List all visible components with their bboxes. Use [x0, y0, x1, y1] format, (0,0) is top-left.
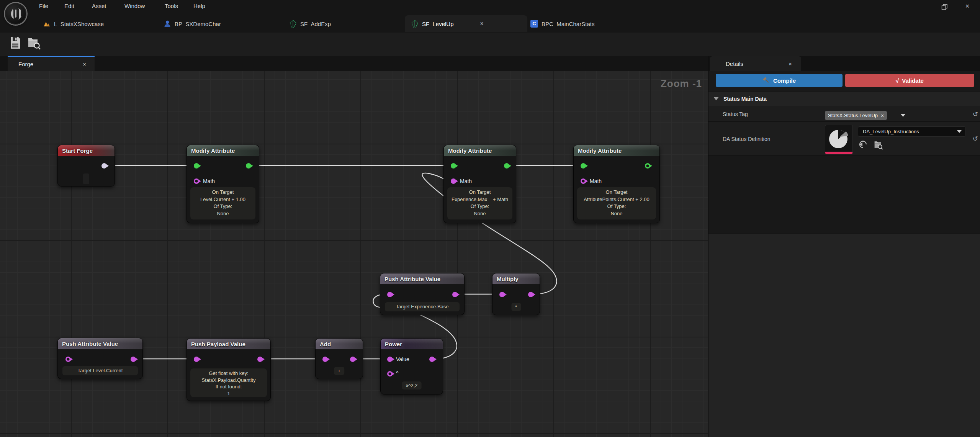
value-in-pin[interactable] — [387, 292, 393, 297]
details-empty-area — [708, 155, 980, 234]
close-icon[interactable]: × — [789, 61, 792, 67]
check-icon: √ — [896, 77, 899, 84]
math-pin[interactable] — [451, 178, 456, 184]
status-tag-value: StatsX.Status.LevelUp — [828, 113, 878, 118]
node-title: Multiply — [497, 276, 519, 282]
node-multiply[interactable]: Multiply * — [492, 273, 540, 315]
node-header: Push Attribute Value — [380, 273, 464, 284]
close-icon[interactable]: × — [83, 61, 86, 67]
value-out-pin[interactable] — [452, 292, 458, 297]
math-pin[interactable] — [194, 178, 199, 184]
asset-thumbnail[interactable] — [825, 125, 853, 154]
close-icon[interactable]: × — [480, 20, 484, 27]
close-window-button[interactable]: × — [962, 2, 972, 11]
exec-in-pin[interactable] — [194, 163, 199, 169]
asset-action-icons — [859, 140, 883, 150]
exec-out-pin[interactable] — [101, 163, 107, 169]
value-in-pin[interactable] — [194, 357, 199, 362]
asset-dropdown[interactable]: DA_LevelUp_Instructions — [858, 126, 966, 137]
save-icon[interactable] — [10, 36, 21, 49]
node-push-payload-value[interactable]: Push Payload Value Get float with key: S… — [187, 338, 271, 401]
node-summary: Target Level.Current — [62, 366, 138, 375]
menu-window[interactable]: Window — [124, 3, 145, 9]
value-out-pin[interactable] — [131, 357, 136, 362]
compile-button[interactable]: Compile — [716, 74, 843, 87]
value-out-pin[interactable] — [528, 292, 533, 297]
node-push-attribute-value-experience[interactable]: Push Attribute Value Target Experience.B… — [380, 273, 465, 315]
value-in-pin[interactable] — [387, 357, 393, 362]
node-summary: On Target Level.Current + 1.00 Of Type: … — [190, 187, 255, 219]
node-push-attribute-value-level[interactable]: Push Attribute Value Target Level.Curren… — [57, 338, 143, 379]
value-out-pin[interactable] — [350, 357, 355, 362]
node-header: Modify Attribute — [187, 145, 259, 156]
node-modify-attribute-1[interactable]: Modify Attribute Math On Target Level.Cu… — [187, 145, 259, 223]
reset-to-default-icon[interactable]: ↺ — [973, 135, 978, 143]
node-header: Add — [316, 339, 363, 349]
operator-badge: x^2,2 — [402, 381, 422, 390]
value-out-pin[interactable] — [257, 357, 263, 362]
tab-label: L_StatsXShowcase — [54, 21, 104, 27]
value-out-pin[interactable] — [429, 357, 435, 362]
tab-l-statsxshowcase[interactable]: L_StatsXShowcase — [43, 15, 104, 32]
menu-asset[interactable]: Asset — [92, 3, 106, 9]
menu-file[interactable]: File — [39, 3, 48, 9]
value-pin-label: Value — [396, 356, 409, 362]
use-selected-asset-icon[interactable] — [859, 140, 868, 149]
math-pin[interactable] — [581, 178, 586, 184]
minimize-button[interactable] — [916, 2, 926, 11]
node-header: Push Attribute Value — [58, 338, 142, 349]
node-title: Start Forge — [62, 147, 93, 154]
node-title: Modify Attribute — [578, 147, 622, 154]
restore-button[interactable] — [939, 2, 949, 11]
node-power[interactable]: Power Value ^ x^2,2 — [380, 338, 443, 394]
exec-in-pin[interactable] — [581, 163, 586, 169]
details-panel: Details × Compile √ Validate Sta — [708, 56, 980, 437]
pie-thumbnail-icon — [825, 125, 852, 152]
browse-to-asset-icon[interactable] — [28, 36, 41, 50]
exec-out-pin[interactable] — [246, 163, 251, 169]
value-in-pin[interactable] — [65, 357, 71, 362]
status-tag-label: Status Tag — [723, 111, 748, 117]
menu-edit[interactable]: Edit — [64, 3, 74, 9]
reset-to-default-icon[interactable]: ↺ — [973, 110, 978, 118]
node-add[interactable]: Add + — [315, 338, 363, 379]
node-summary: Get float with key: StatsX.Payload.Quant… — [190, 368, 267, 397]
validate-button[interactable]: √ Validate — [845, 74, 974, 87]
forge-graph-canvas[interactable]: Start Forge Modify Attribute Math On Tar… — [0, 71, 708, 437]
node-modify-attribute-3[interactable]: Modify Attribute Math On Target Attribut… — [573, 145, 660, 223]
exponent-pin[interactable] — [387, 371, 393, 376]
node-start-forge[interactable]: Start Forge — [57, 145, 115, 187]
menu-help[interactable]: Help — [193, 3, 205, 9]
exponent-pin-label: ^ — [396, 370, 399, 376]
tab-bpc-maincharstats[interactable]: C BPC_MainCharStats — [530, 15, 594, 32]
value-in-pin[interactable] — [499, 292, 505, 297]
zoom-level-label: Zoom -1 — [661, 78, 702, 90]
remove-tag-icon[interactable]: × — [881, 113, 884, 119]
tab-forge[interactable]: Forge × — [8, 56, 95, 71]
unreal-editor-window: File Edit Asset Window Tools Help L_Stat… — [0, 0, 980, 437]
value-in-pin[interactable] — [322, 357, 328, 362]
node-header: Start Forge — [58, 145, 115, 156]
node-modify-attribute-2[interactable]: Modify Attribute Math On Target Experien… — [443, 145, 516, 223]
asset-color-bar — [825, 152, 852, 154]
status-tag-chip[interactable]: StatsX.Status.LevelUp × — [825, 111, 887, 120]
exec-out-pin[interactable] — [504, 163, 509, 169]
level-icon — [43, 20, 51, 28]
browse-to-asset-icon[interactable] — [873, 140, 883, 150]
da-status-definition-label: DA Status Definition — [723, 136, 771, 142]
exec-out-pin[interactable] — [645, 163, 650, 169]
validate-label: Validate — [902, 77, 924, 84]
exec-in-pin[interactable] — [451, 163, 456, 169]
chevron-down-icon[interactable] — [901, 114, 905, 117]
menu-tools[interactable]: Tools — [165, 3, 178, 9]
node-header: Modify Attribute — [444, 145, 516, 156]
section-status-main-data[interactable]: Status Main Data — [708, 91, 980, 106]
forge-gem-icon — [411, 20, 419, 28]
tab-details[interactable]: Details × — [710, 56, 801, 71]
tab-sf-addexp[interactable]: SF_AddExp — [289, 15, 331, 32]
details-buttons-row: Compile √ Validate — [708, 71, 980, 91]
tab-bp-sxdemochar[interactable]: BP_SXDemoChar — [164, 15, 221, 32]
toolbar-separator — [56, 34, 56, 54]
unreal-logo-icon[interactable] — [5, 3, 26, 25]
tab-sf-levelup-active[interactable]: SF_LevelUp × — [405, 15, 527, 32]
